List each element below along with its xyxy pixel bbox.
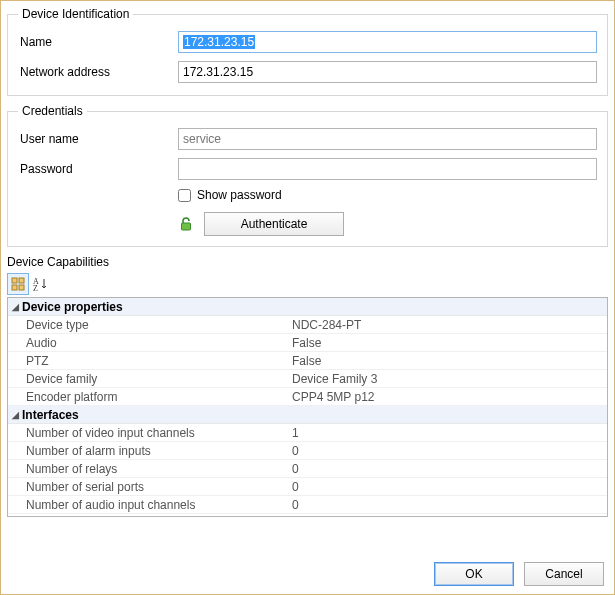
device-identification-legend: Device Identification bbox=[18, 7, 133, 21]
categorized-icon bbox=[11, 277, 25, 291]
property-grid[interactable]: ◢Device propertiesDevice typeNDC-284-PTA… bbox=[7, 297, 608, 517]
network-address-label: Network address bbox=[18, 65, 178, 79]
property-value: 0 bbox=[288, 442, 607, 459]
property-value: False bbox=[288, 334, 607, 351]
property-key: PTZ bbox=[8, 352, 288, 369]
name-input[interactable]: 172.31.23.15 bbox=[178, 31, 597, 53]
property-key: Audio bbox=[8, 334, 288, 351]
password-label: Password bbox=[18, 162, 178, 176]
collapse-arrow-icon: ◢ bbox=[12, 410, 22, 420]
property-row[interactable]: Number of video input channels1 bbox=[8, 424, 607, 442]
svg-rect-2 bbox=[19, 278, 24, 283]
svg-rect-0 bbox=[182, 223, 191, 230]
cancel-button[interactable]: Cancel bbox=[524, 562, 604, 586]
property-grid-toolbar: A Z bbox=[7, 273, 608, 295]
property-value: Device Family 3 bbox=[288, 370, 607, 387]
property-value: 0 bbox=[288, 460, 607, 477]
username-label: User name bbox=[18, 132, 178, 146]
device-capabilities-label: Device Capabilities bbox=[7, 255, 608, 269]
property-row[interactable]: AudioFalse bbox=[8, 334, 607, 352]
property-value: CPP4 5MP p12 bbox=[288, 388, 607, 405]
authenticate-button[interactable]: Authenticate bbox=[204, 212, 344, 236]
property-value: 1 bbox=[288, 424, 607, 441]
property-row[interactable]: Device typeNDC-284-PT bbox=[8, 316, 607, 334]
property-row[interactable]: Number of alarm inputs0 bbox=[8, 442, 607, 460]
property-key: Encoder platform bbox=[8, 388, 288, 405]
svg-rect-4 bbox=[19, 285, 24, 290]
username-input bbox=[178, 128, 597, 150]
device-capabilities-section: Device Capabilities A Z ◢Device properti… bbox=[7, 255, 608, 517]
property-key: Number of video input channels bbox=[8, 424, 288, 441]
property-value: NDC-284-PT bbox=[288, 316, 607, 333]
dialog-button-bar: OK Cancel bbox=[434, 562, 604, 586]
property-row[interactable]: Device familyDevice Family 3 bbox=[8, 370, 607, 388]
credentials-group: Credentials User name Password Show pass… bbox=[7, 104, 608, 247]
property-value: False bbox=[288, 352, 607, 369]
categorized-view-button[interactable] bbox=[7, 273, 29, 295]
property-category-header[interactable]: ◢Interfaces bbox=[8, 406, 607, 424]
property-key: Number of alarm inputs bbox=[8, 442, 288, 459]
property-key: Number of relays bbox=[8, 460, 288, 477]
show-password-checkbox[interactable] bbox=[178, 189, 191, 202]
password-input[interactable] bbox=[178, 158, 597, 180]
property-row[interactable]: Encoder platformCPP4 5MP p12 bbox=[8, 388, 607, 406]
name-label: Name bbox=[18, 35, 178, 49]
property-row[interactable]: PTZFalse bbox=[8, 352, 607, 370]
svg-rect-3 bbox=[12, 285, 17, 290]
alphabetical-view-button[interactable]: A Z bbox=[31, 273, 53, 295]
collapse-arrow-icon: ◢ bbox=[12, 302, 22, 312]
property-key: Number of serial ports bbox=[8, 478, 288, 495]
svg-text:Z: Z bbox=[33, 284, 38, 292]
property-key: Number of audio input channels bbox=[8, 496, 288, 513]
show-password-label: Show password bbox=[197, 188, 282, 202]
property-value: 0 bbox=[288, 496, 607, 513]
property-row[interactable]: Number of serial ports0 bbox=[8, 478, 607, 496]
unlock-icon bbox=[178, 216, 194, 232]
property-row[interactable]: Number of audio input channels0 bbox=[8, 496, 607, 514]
device-identification-group: Device Identification Name 172.31.23.15 … bbox=[7, 7, 608, 96]
svg-rect-1 bbox=[12, 278, 17, 283]
property-value: 0 bbox=[288, 478, 607, 495]
property-key: Device type bbox=[8, 316, 288, 333]
property-row[interactable]: Number of relays0 bbox=[8, 460, 607, 478]
credentials-legend: Credentials bbox=[18, 104, 87, 118]
property-category-header[interactable]: ◢Device properties bbox=[8, 298, 607, 316]
property-key: Device family bbox=[8, 370, 288, 387]
ok-button[interactable]: OK bbox=[434, 562, 514, 586]
property-category-name: Interfaces bbox=[22, 408, 79, 422]
property-category-name: Device properties bbox=[22, 300, 123, 314]
network-address-input[interactable] bbox=[178, 61, 597, 83]
alphabetical-icon: A Z bbox=[33, 276, 51, 292]
